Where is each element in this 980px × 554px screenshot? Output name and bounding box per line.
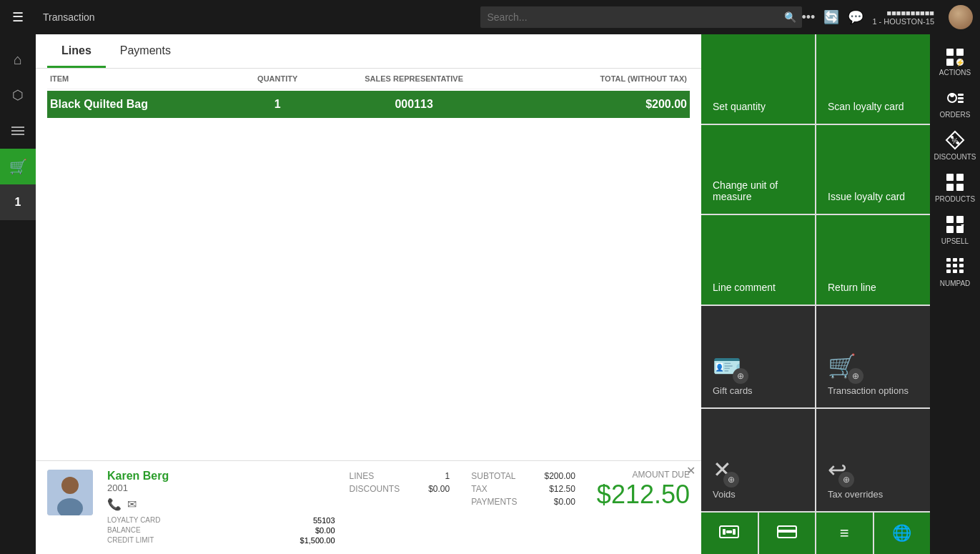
transaction-options-button[interactable]: 🛒 ⊕ Transaction options [816, 306, 930, 408]
voids-overlay-icon: ⊕ [723, 472, 739, 488]
issue-loyalty-label: Issue loyalty card [828, 191, 905, 202]
tab-payments[interactable]: Payments [106, 34, 185, 68]
phone-icon[interactable]: 📞 [107, 498, 122, 511]
sidebar-item-menu[interactable] [0, 113, 36, 149]
summary-right: SUBTOTAL $200.00 TAX $12.50 PAYMENTS $0.… [471, 470, 575, 545]
far-right-numpad[interactable]: NUMPAD [930, 251, 980, 293]
svg-rect-10 [956, 49, 964, 56]
search-icon: 🔍 [784, 11, 796, 23]
col-sales-rep: SALES REPRESENTATIVE [323, 74, 505, 83]
main-area: Transaction 🔍 ••• 🔄 💬 ■■■■■■■■■■ 1 - HOU… [36, 0, 980, 554]
amount-due-section: AMOUNT DUE $212.50 [597, 470, 690, 545]
search-wrapper: 🔍 [480, 6, 802, 28]
customer-panel: ✕ Karen Berg 2001 📞 ✉ [36, 460, 701, 554]
upsell-label: UPSELL [941, 237, 969, 245]
svg-rect-34 [959, 258, 964, 262]
exact-icon: ≡ [840, 524, 849, 543]
tax-overrides-button[interactable]: ↩ ⊕ Tax overrides [816, 409, 930, 511]
email-icon[interactable]: ✉ [127, 498, 137, 511]
exact-button[interactable]: ≡ [816, 513, 874, 554]
row-item-name: Black Quilted Bag [50, 98, 232, 111]
location: 1 - HOUSTON-15 [872, 17, 934, 26]
gift-cards-button[interactable]: 🪪 ⊕ Gift cards [701, 306, 815, 408]
svg-rect-23 [956, 174, 964, 181]
products-label: PRODUCTS [935, 195, 975, 203]
hamburger-icon: ☰ [12, 9, 24, 25]
svg-rect-16 [958, 94, 964, 96]
sidebar-item-products[interactable]: ⬡ [0, 77, 36, 113]
more-options-icon[interactable]: ••• [802, 10, 816, 25]
content-row: Lines Payments ITEM QUANTITY SALES REPRE… [36, 34, 980, 554]
col-item: ITEM [50, 74, 232, 83]
web-icon: 🌐 [892, 524, 911, 543]
sidebar-item-home[interactable]: ⌂ [0, 41, 36, 77]
card-button[interactable] [759, 513, 817, 554]
svg-rect-28 [946, 226, 954, 233]
sidebar-item-cart[interactable]: 🛒 [0, 149, 36, 184]
action-grid: Set quantity Scan loyalty card Change un… [701, 34, 930, 511]
svg-text:⚡: ⚡ [956, 58, 965, 67]
svg-rect-4 [723, 529, 726, 535]
tax-overrides-overlay-icon: ⊕ [838, 472, 854, 488]
table-area: ITEM QUANTITY SALES REPRESENTATIVE TOTAL… [36, 69, 701, 460]
upsell-icon [945, 214, 965, 236]
tabs: Lines Payments [36, 34, 701, 69]
actions-icon: ⚡ [945, 47, 965, 67]
far-right-products[interactable]: PRODUCTS [930, 167, 980, 209]
customer-id: 2001 [107, 483, 335, 493]
voids-button[interactable]: ✕ ⊕ Voids [701, 409, 815, 511]
web-button[interactable]: 🌐 [874, 513, 931, 554]
home-icon: ⌂ [14, 51, 22, 68]
line-comment-button[interactable]: Line comment [701, 215, 815, 305]
svg-rect-22 [946, 174, 954, 181]
chat-icon[interactable]: 💬 [848, 9, 863, 25]
user-avatar[interactable] [949, 5, 973, 29]
far-right-actions[interactable]: ⚡ ACTIONS [930, 41, 980, 82]
set-quantity-button[interactable]: Set quantity [701, 34, 815, 124]
return-line-button[interactable]: Return line [816, 215, 930, 305]
svg-rect-40 [959, 269, 964, 273]
close-customer-button[interactable]: ✕ [686, 464, 696, 478]
card-icon [777, 523, 797, 543]
svg-rect-36 [953, 264, 957, 267]
row-sales-rep: 000113 [323, 98, 505, 111]
svg-rect-37 [959, 264, 964, 267]
search-input[interactable] [480, 6, 802, 28]
sidebar-badge-count: 1 [0, 184, 36, 220]
far-right-discounts[interactable]: % DISCOUNTS [930, 124, 980, 167]
customer-name: Karen Berg [107, 470, 335, 483]
numpad-label: NUMPAD [940, 280, 971, 287]
customer-contact-icons: 📞 ✉ [107, 498, 335, 511]
issue-loyalty-button[interactable]: Issue loyalty card [816, 125, 930, 214]
svg-rect-9 [946, 49, 954, 56]
cart-count: 1 [15, 196, 21, 209]
scan-loyalty-button[interactable]: Scan loyalty card [816, 34, 930, 124]
loyalty-card-row: LOYALTY CARD 55103 [107, 515, 335, 525]
change-uom-button[interactable]: Change unit of measure [701, 125, 815, 214]
svg-rect-29 [956, 226, 964, 233]
hamburger-menu[interactable]: ☰ [0, 0, 36, 34]
subtotal-row: SUBTOTAL $200.00 [471, 470, 575, 483]
tab-lines[interactable]: Lines [47, 34, 106, 68]
app-title: Transaction [43, 11, 480, 23]
refresh-icon[interactable]: 🔄 [823, 9, 839, 25]
svg-text:%: % [952, 137, 959, 145]
balance-row: BALANCE $0.00 [107, 525, 335, 535]
topbar-icons: ••• 🔄 💬 ■■■■■■■■■■ 1 - HOUSTON-15 [802, 5, 974, 29]
customer-info: Karen Berg 2001 📞 ✉ LOYALTY CARD 55103 B… [107, 470, 335, 545]
svg-rect-6 [726, 530, 732, 533]
table-row[interactable]: Black Quilted Bag 1 000113 $200.00 [47, 91, 690, 118]
orders-label: ORDERS [940, 111, 971, 119]
menu-icon [11, 127, 24, 135]
transaction-options-label: Transaction options [828, 385, 909, 396]
far-right-upsell[interactable]: UPSELL [930, 209, 980, 251]
tax-row: TAX $12.50 [471, 483, 575, 495]
return-line-label: Return line [828, 282, 876, 293]
credit-limit-row: CREDIT LIMIT $1,500.00 [107, 535, 335, 545]
lines-row: LINES 1 [350, 470, 450, 483]
svg-rect-33 [953, 258, 957, 262]
cash-button[interactable] [701, 513, 759, 554]
svg-rect-24 [946, 184, 954, 191]
table-header: ITEM QUANTITY SALES REPRESENTATIVE TOTAL… [47, 69, 690, 89]
far-right-orders[interactable]: ORDERS [930, 82, 980, 124]
